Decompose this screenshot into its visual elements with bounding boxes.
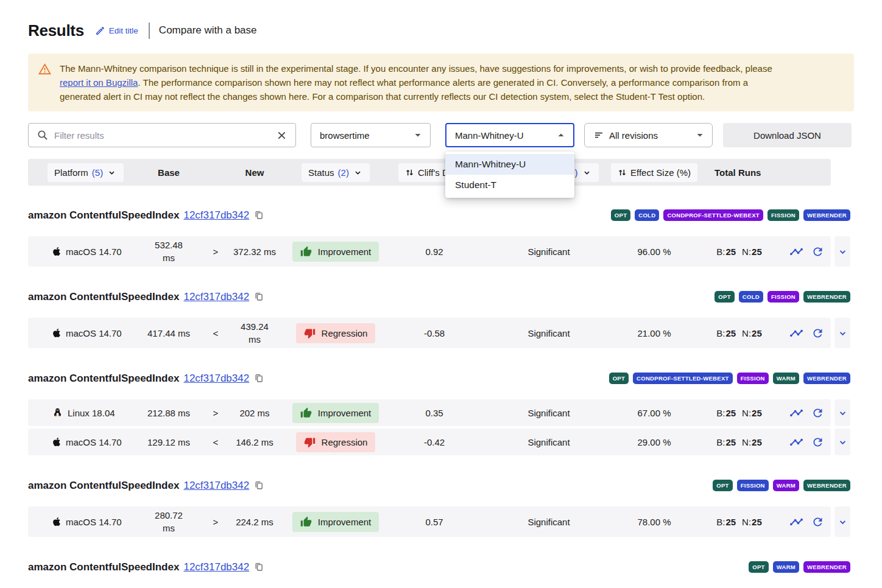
tag-opt: OPT: [749, 561, 768, 573]
retrigger-icon: [811, 436, 824, 449]
significance-value: Significant: [478, 243, 619, 261]
new-column-header: New: [245, 167, 264, 178]
thumb-down-icon: [304, 327, 316, 339]
tag-opt: OPT: [714, 291, 734, 303]
expand-row-button[interactable]: [834, 506, 850, 537]
tag-fission: FISSION: [737, 480, 769, 491]
cliffs-delta-value: 0.92: [390, 243, 478, 261]
copy-button[interactable]: [254, 292, 264, 302]
search-box: [28, 123, 296, 147]
platform-cell: macOS 14.70: [28, 433, 135, 451]
copy-icon: [254, 480, 264, 491]
test-select[interactable]: Mann-Whitney-U Mann-Whitney-UStudent-T: [445, 123, 574, 147]
revision-link[interactable]: 12cf317db342: [183, 291, 249, 303]
apple-icon: [52, 437, 61, 447]
tag-cold: COLD: [739, 291, 763, 303]
edit-pencil-icon: [95, 26, 105, 36]
graph-button[interactable]: [789, 326, 803, 340]
graph-button[interactable]: [789, 515, 803, 529]
revision-link[interactable]: 12cf317db342: [183, 209, 249, 222]
significance-value: Significant: [478, 513, 619, 531]
graph-icon: [789, 245, 803, 259]
significance-value: Significant: [478, 433, 619, 451]
tag-fission: FISSION: [737, 373, 769, 384]
cliffs-delta-value: 0.35: [390, 404, 478, 422]
effect-size-value: 78.00 %: [619, 513, 689, 531]
total-runs-value: B:25N:25: [689, 324, 789, 342]
result-row: macOS 14.70129.12 ms<146.2 msRegression-…: [28, 429, 854, 455]
thumb-up-icon: [300, 246, 312, 257]
expand-row-button[interactable]: [834, 399, 850, 426]
expand-chevron-icon: [837, 407, 848, 419]
effect-size-sort[interactable]: Effect Size (%): [611, 163, 697, 182]
menu-option[interactable]: Student-T: [445, 175, 574, 195]
bugzilla-link[interactable]: report it on Bugzilla: [60, 77, 138, 88]
tag-warm: WARM: [773, 373, 799, 384]
graph-button[interactable]: [789, 245, 803, 259]
retrigger-icon: [811, 407, 824, 419]
clear-icon[interactable]: [276, 130, 288, 141]
platform-label: Linux 18.04: [68, 407, 115, 419]
expand-row-button[interactable]: [834, 236, 850, 267]
status-improvement-badge: Improvement: [292, 512, 379, 532]
status-filter[interactable]: Status(2): [302, 163, 370, 182]
graph-icon: [789, 326, 803, 340]
platform-filter[interactable]: Platform(5): [48, 163, 124, 182]
result-group: amazon ContentfulSpeedIndex12cf317db342O…: [28, 539, 854, 575]
revision-link[interactable]: 12cf317db342: [183, 373, 249, 385]
base-value: 280.72ms: [135, 506, 203, 537]
copy-icon: [254, 292, 264, 302]
graph-icon: [789, 435, 803, 449]
expand-row-button[interactable]: [834, 429, 850, 455]
retrigger-button[interactable]: [811, 436, 824, 449]
base-column-header: Base: [158, 167, 180, 178]
copy-button[interactable]: [254, 562, 264, 572]
revision-link[interactable]: 12cf317db342: [183, 480, 249, 492]
tag-opt: OPT: [609, 373, 629, 384]
menu-option[interactable]: Mann-Whitney-U: [445, 154, 574, 175]
copy-button[interactable]: [254, 210, 264, 220]
revisions-select[interactable]: All revisions: [584, 123, 713, 147]
page-header: Results Edit title Compare with a base: [28, 21, 854, 40]
platform-label: macOS 14.70: [66, 327, 122, 340]
search-input[interactable]: [54, 130, 270, 141]
test-name: amazon ContentfulSpeedIndex: [28, 561, 179, 573]
download-json-button[interactable]: Download JSON: [723, 123, 852, 147]
chevron-down-icon: [582, 167, 592, 178]
comparison-sign: >: [203, 513, 228, 531]
retrigger-button[interactable]: [811, 327, 824, 340]
cliffs-delta-value: -0.42: [390, 433, 478, 451]
copy-button[interactable]: [254, 373, 264, 383]
edit-title-button[interactable]: Edit title: [95, 26, 138, 36]
tag-webrender: WEBRENDER: [803, 373, 850, 384]
total-runs-value: B:25N:25: [689, 433, 789, 451]
copy-icon: [254, 210, 264, 220]
graph-button[interactable]: [789, 435, 803, 449]
table-header: Platform(5) Base New Status(2) Cliff's D…: [28, 159, 831, 186]
result-row: macOS 14.70532.48ms>372.32 msImprovement…: [28, 236, 854, 267]
framework-select[interactable]: browsertime: [311, 123, 431, 147]
tag-warm: WARM: [773, 480, 799, 491]
retrigger-button[interactable]: [811, 407, 824, 419]
test-name: amazon ContentfulSpeedIndex: [28, 209, 179, 222]
apple-icon: [52, 328, 61, 338]
retrigger-button[interactable]: [811, 516, 824, 528]
expand-chevron-icon: [837, 436, 848, 448]
comparison-sign: >: [203, 243, 228, 261]
status-regression-badge: Regression: [296, 323, 376, 343]
effect-size-value: 96.00 %: [619, 243, 689, 261]
caret-up-icon: [556, 130, 566, 140]
sort-arrows-icon: [405, 168, 414, 177]
chevron-down-icon: [353, 167, 363, 178]
copy-button[interactable]: [254, 480, 264, 491]
revision-link[interactable]: 12cf317db342: [183, 561, 249, 573]
macos-icon: [52, 247, 61, 256]
thumb-up-icon: [300, 516, 312, 528]
tag-cold: COLD: [635, 209, 659, 221]
expand-row-button[interactable]: [834, 318, 850, 348]
status-improvement-badge: Improvement: [292, 242, 379, 262]
graph-button[interactable]: [789, 406, 803, 420]
retrigger-button[interactable]: [811, 245, 824, 258]
graph-icon: [789, 515, 803, 529]
total-runs-value: B:25N:25: [689, 513, 789, 531]
